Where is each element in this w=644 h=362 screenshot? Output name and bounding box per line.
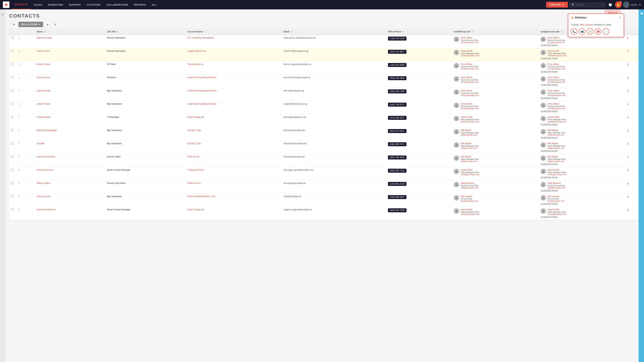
assigned-user-name[interactable]: Chris Olliver <box>548 76 566 79</box>
row-checkbox[interactable] <box>11 142 14 145</box>
contact-name-link[interactable]: Wilbur Voyles <box>37 182 50 184</box>
modified-user-email[interactable]: sarah@example.com <box>460 174 480 176</box>
edit-icon[interactable]: ✎ <box>18 116 20 119</box>
assigned-user-email[interactable]: sally@example.com <box>548 186 565 189</box>
admin-label[interactable]: admin <box>631 3 637 6</box>
contact-name-link[interactable]: Calvin Levins <box>37 50 50 52</box>
row-checkbox[interactable] <box>11 156 14 158</box>
edit-icon[interactable]: ✎ <box>18 76 20 79</box>
info-icon[interactable]: ℹ <box>627 36 628 39</box>
modified-user-name[interactable]: Max Jensen <box>460 195 478 198</box>
modified-user-email[interactable]: chris@example.com <box>460 41 479 43</box>
row-checkbox[interactable] <box>11 182 14 184</box>
logo[interactable] <box>3 1 10 8</box>
modified-user-email[interactable]: tom@example.com <box>460 200 478 202</box>
modified-user-email[interactable]: will@example.com <box>460 134 478 136</box>
info-icon[interactable]: ℹ <box>627 182 628 185</box>
contact-name-link[interactable]: Kristin Schaal <box>37 63 50 65</box>
edit-icon[interactable]: ✎ <box>18 103 20 106</box>
nav-marketing[interactable]: MARKETING <box>45 0 66 9</box>
close-birthdays-button[interactable]: ✕ <box>619 16 621 19</box>
assigned-user-email[interactable]: sarah@example.com <box>548 121 566 123</box>
contact-name-link[interactable]: Chas Condon <box>37 76 50 79</box>
modified-user-name[interactable]: Will Westin <box>460 142 478 145</box>
assigned-user-name[interactable]: Will Westin <box>548 129 565 132</box>
row-checkbox[interactable] <box>11 116 14 118</box>
row-checkbox[interactable] <box>11 195 14 197</box>
modified-user-name[interactable]: Chris Olliver <box>460 63 479 65</box>
info-icon[interactable]: ℹ <box>627 156 628 158</box>
info-icon[interactable]: ℹ <box>627 76 628 79</box>
info-icon[interactable]: ℹ <box>627 50 628 53</box>
col-modified-by[interactable]: modified by adv ⇕ <box>452 29 538 35</box>
row-checkbox[interactable] <box>11 63 14 65</box>
modified-user-email[interactable]: chris@example.com <box>460 107 479 110</box>
col-phone[interactable]: Office Phone ⇕ <box>386 29 452 35</box>
view-button[interactable]: ☰ <box>52 22 58 27</box>
filter-button[interactable]: ⊞ <box>44 22 50 27</box>
info-icon[interactable]: ℹ <box>627 116 628 119</box>
modified-user-name[interactable]: Will Westin <box>460 156 478 158</box>
call-action[interactable]: 📞 <box>571 28 577 35</box>
edit-icon[interactable]: ✎ <box>18 208 20 211</box>
account-name-link[interactable]: Jungle Systems Inc <box>187 50 206 52</box>
assigned-user-name[interactable]: Will Westin <box>548 142 565 145</box>
contact-name-link[interactable]: Juliette Tinkle <box>37 103 50 105</box>
account-name-link[interactable]: Kaos Trading Ltd <box>187 116 204 118</box>
panel-toggle[interactable]: ◀ <box>640 11 642 15</box>
nav-contacts[interactable]: CONTACTS <box>12 0 31 9</box>
assigned-user-email[interactable]: will@example.com <box>548 134 565 136</box>
contact-name-link[interactable]: Mel Lazaro <box>580 23 592 26</box>
notification-button[interactable]: 🔔 1 <box>615 1 622 8</box>
modified-user-email[interactable]: chris@example.com <box>460 81 479 83</box>
search-box[interactable]: 🔍 <box>569 2 606 7</box>
assigned-user-name[interactable]: Sarah Smith <box>548 169 566 171</box>
account-name-link[interactable]: South Sea Plumbing Products <box>187 89 216 92</box>
assigned-user-name[interactable]: Chris Olliver <box>548 103 566 105</box>
assigned-user-email[interactable]: chris@example.com <box>548 68 566 70</box>
row-checkbox[interactable] <box>11 208 14 211</box>
assigned-user-email[interactable]: will@example.com <box>548 147 565 149</box>
modified-user-name[interactable]: Chris Olliver <box>460 89 479 92</box>
contact-name-link[interactable]: Warren Strausbaugh <box>37 129 57 132</box>
row-checkbox[interactable] <box>11 169 14 171</box>
modified-user-email[interactable]: sarah@example.com <box>460 54 480 57</box>
info-icon[interactable]: ℹ <box>627 142 628 145</box>
row-checkbox[interactable] <box>11 36 14 39</box>
assigned-user-email[interactable]: chris@example.co... <box>548 41 566 43</box>
assigned-user-name[interactable]: Chris Olliver <box>548 36 566 39</box>
info-icon[interactable]: ℹ <box>627 63 628 66</box>
col-email[interactable]: Email ⇕ <box>282 29 386 35</box>
account-name-link[interactable]: South Sea Plumbing Products <box>187 76 216 79</box>
modified-user-email[interactable]: will@example.com <box>460 147 478 149</box>
contact-name-link[interactable]: Val Mier <box>37 142 44 145</box>
account-name-link[interactable]: South Sea Plumbing Products <box>187 103 216 105</box>
account-name-link[interactable]: AtoZ Co Ltd <box>187 156 199 158</box>
nav-reports[interactable]: REPORTS <box>131 0 149 9</box>
col-job-title[interactable]: Job Title ⇕ <box>105 29 185 35</box>
note-action[interactable]: 📋 <box>587 28 593 35</box>
col-account-name[interactable]: Account Name ⇕ <box>185 29 282 35</box>
row-checkbox[interactable] <box>11 103 14 105</box>
modified-user-email[interactable]: will@example.com <box>460 160 478 162</box>
info-icon[interactable]: ℹ <box>627 169 628 172</box>
account-name-link[interactable]: Smith & Sons <box>187 182 200 184</box>
assigned-user-name[interactable]: Max Jensen <box>548 195 565 198</box>
assigned-user-name[interactable]: Chris Olliver <box>548 89 566 92</box>
document-action[interactable]: 📄 <box>603 28 609 35</box>
clock-button[interactable]: 🕐 <box>607 1 614 8</box>
assigned-user-email[interactable]: chris@example.com <box>548 81 566 83</box>
contact-name-link[interactable]: Carlene Prochaska <box>37 156 55 158</box>
assigned-user-name[interactable]: Sarah Smith <box>548 116 566 118</box>
assigned-user-name[interactable]: Sarah Smith <box>548 50 566 52</box>
user-avatar[interactable]: 👤 <box>623 1 630 8</box>
assigned-user-email[interactable]: sarah@example.com <box>548 174 566 176</box>
modified-user-name[interactable]: Sarah Smith <box>460 50 480 52</box>
assigned-user-email[interactable]: chris@example.com <box>548 107 566 110</box>
nav-all[interactable]: ALL <box>149 0 160 9</box>
nav-sales[interactable]: SALES <box>31 0 45 9</box>
modified-user-name[interactable]: Chris Olliver <box>460 76 479 79</box>
edit-icon[interactable]: ✎ <box>18 142 20 145</box>
info-icon[interactable]: ℹ <box>627 89 628 92</box>
nav-support[interactable]: SUPPORT <box>66 0 84 9</box>
